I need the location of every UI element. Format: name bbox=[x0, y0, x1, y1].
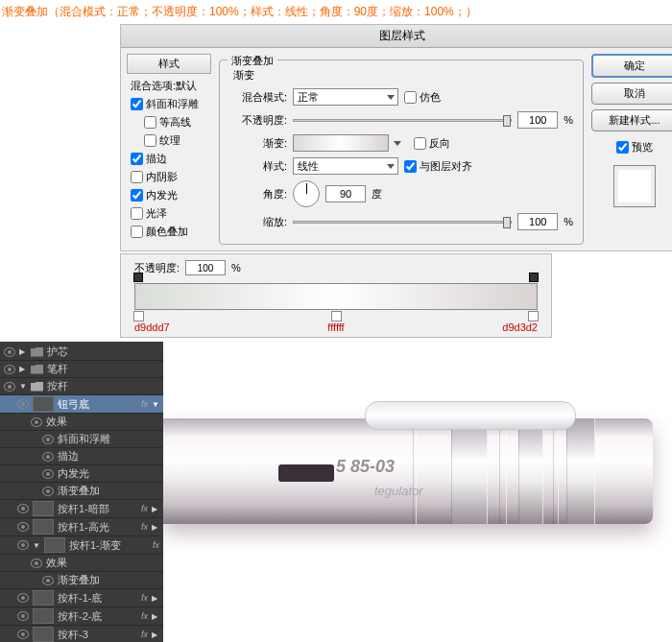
dialog-buttons: 确定 取消 新建样式... 预览 bbox=[591, 54, 672, 245]
dialog-title: 图层样式 bbox=[121, 25, 672, 48]
style-inner-shadow[interactable]: 内阴影 bbox=[127, 168, 211, 186]
eye-icon[interactable] bbox=[4, 347, 15, 357]
slot-1 bbox=[278, 464, 334, 482]
satin-check[interactable] bbox=[131, 207, 143, 220]
opacity-stop-right[interactable] bbox=[529, 273, 539, 282]
layer-angan2-di[interactable]: 按杆-2-底fx▶ bbox=[0, 607, 163, 626]
dither-check[interactable]: 仿色 bbox=[404, 90, 441, 105]
angle-dial[interactable] bbox=[293, 180, 320, 207]
pct2: % bbox=[564, 216, 573, 227]
scale-input[interactable] bbox=[517, 213, 558, 230]
layer-huxin[interactable]: ▶护芯 bbox=[0, 344, 163, 361]
fx-grad-overlay[interactable]: 渐变叠加 bbox=[0, 483, 163, 500]
fx-stroke[interactable]: 描边 bbox=[0, 448, 163, 465]
fx-grad-overlay2[interactable]: 渐变叠加 bbox=[0, 572, 163, 589]
layers-panel: ▶护芯 ▶笔杆 ▼按杆 钮弓底fx▼ 效果 斜面和浮雕 描边 内发光 渐变叠加 … bbox=[0, 342, 163, 642]
color-stop-0[interactable] bbox=[133, 311, 144, 321]
style-bevel[interactable]: 斜面和浮雕 bbox=[127, 95, 211, 113]
group-title: 渐变叠加 bbox=[228, 54, 277, 68]
fx-inner-glow[interactable]: 内发光 bbox=[0, 465, 163, 483]
eye-icon[interactable] bbox=[42, 435, 54, 444]
eye-icon[interactable] bbox=[4, 382, 15, 392]
style-label: 样式: bbox=[229, 159, 287, 174]
blend-label: 混合模式: bbox=[229, 90, 287, 105]
layer-angan3[interactable]: 按杆-3fx▶ bbox=[0, 626, 163, 642]
stop-label-0: d9ddd7 bbox=[134, 321, 170, 333]
layer-bigan[interactable]: ▶笔杆 bbox=[0, 361, 163, 378]
ge-opacity-input[interactable] bbox=[185, 260, 226, 275]
eye-icon[interactable] bbox=[42, 487, 54, 496]
color-overlay-check[interactable] bbox=[131, 226, 143, 238]
layer-angan1-dark[interactable]: 按杆1-暗部fx▶ bbox=[0, 500, 163, 518]
pct: % bbox=[564, 114, 573, 126]
layer-angan1-di[interactable]: 按杆-1-底fx▶ bbox=[0, 589, 163, 607]
layer-angan1-grad[interactable]: ▼按杆1-渐变fx bbox=[0, 536, 163, 555]
color-stop-1[interactable] bbox=[331, 311, 342, 321]
sub-header: 渐变 bbox=[229, 68, 573, 83]
eye-icon[interactable] bbox=[31, 559, 42, 568]
angle-label: 角度: bbox=[229, 187, 287, 202]
opacity-slider[interactable] bbox=[293, 119, 512, 122]
top-annotation: 渐变叠加（混合模式：正常；不透明度：100%；样式：线性；角度：90度；缩放：1… bbox=[0, 0, 672, 24]
layer-niugdi[interactable]: 钮弓底fx▼ bbox=[0, 395, 163, 414]
bevel-check[interactable] bbox=[131, 98, 143, 110]
texture-check[interactable] bbox=[144, 134, 156, 147]
layer-angan1-high[interactable]: 按杆1-高光fx▶ bbox=[0, 518, 163, 536]
fx-bevel[interactable]: 斜面和浮雕 bbox=[0, 431, 163, 448]
gradient-editor: 不透明度: % d9ddd7 ffffff d9d3d2 bbox=[120, 253, 552, 338]
style-texture[interactable]: 纹理 bbox=[127, 131, 211, 150]
align-check[interactable]: 与图层对齐 bbox=[404, 159, 472, 174]
eye-icon[interactable] bbox=[42, 452, 54, 462]
stop-label-2: d9d3d2 bbox=[502, 321, 538, 333]
eye-icon[interactable] bbox=[17, 611, 29, 621]
contour-check[interactable] bbox=[144, 116, 156, 129]
style-color-overlay[interactable]: 颜色叠加 bbox=[127, 223, 211, 241]
gradient-well[interactable] bbox=[293, 134, 389, 152]
opacity-input[interactable] bbox=[517, 111, 558, 129]
eye-icon[interactable] bbox=[17, 399, 29, 409]
style-contour[interactable]: 等高线 bbox=[127, 113, 211, 131]
layer-effects2[interactable]: 效果 bbox=[0, 555, 163, 572]
eye-icon[interactable] bbox=[17, 593, 29, 603]
style-inner-glow[interactable]: 内发光 bbox=[127, 186, 211, 204]
pen-body bbox=[163, 418, 653, 524]
opacity-label: 不透明度: bbox=[229, 113, 287, 128]
blend-mode-combo[interactable]: 正常 bbox=[293, 88, 398, 106]
ge-pct: % bbox=[231, 262, 241, 273]
ok-button[interactable]: 确定 bbox=[591, 54, 672, 78]
gradient-label: 渐变: bbox=[229, 136, 287, 151]
scale-label: 缩放: bbox=[229, 215, 287, 229]
eye-icon[interactable] bbox=[42, 469, 54, 479]
eye-icon[interactable] bbox=[31, 417, 42, 427]
eye-icon[interactable] bbox=[42, 576, 54, 585]
eye-icon[interactable] bbox=[17, 504, 29, 513]
gradient-overlay-group: 渐变叠加 渐变 混合模式: 正常 仿色 不透明度: % 渐变: 反 bbox=[219, 59, 584, 245]
layer-angan[interactable]: ▼按杆 bbox=[0, 378, 163, 395]
eye-icon[interactable] bbox=[4, 365, 15, 374]
preview-check[interactable]: 预览 bbox=[591, 140, 672, 155]
pen-code: 5 85-03 bbox=[336, 457, 395, 477]
layer-effects[interactable]: 效果 bbox=[0, 414, 163, 431]
canvas-preview: 5 85-03 tegulator PS 爱好者 www.psahz.com bbox=[163, 342, 672, 642]
stroke-check[interactable] bbox=[131, 153, 143, 165]
eye-icon[interactable] bbox=[17, 630, 29, 639]
new-style-button[interactable]: 新建样式... bbox=[591, 109, 672, 131]
styles-header: 样式 bbox=[127, 54, 211, 74]
color-stop-2[interactable] bbox=[528, 311, 539, 321]
style-stroke[interactable]: 描边 bbox=[127, 150, 211, 168]
angle-input[interactable] bbox=[325, 185, 366, 202]
inner-shadow-check[interactable] bbox=[131, 171, 143, 183]
reverse-check[interactable]: 反向 bbox=[414, 136, 450, 151]
opacity-stop-left[interactable] bbox=[133, 273, 143, 282]
pen-clip bbox=[365, 401, 576, 430]
style-combo[interactable]: 线性 bbox=[293, 157, 398, 175]
cancel-button[interactable]: 取消 bbox=[591, 83, 672, 105]
gradient-strip[interactable] bbox=[134, 283, 538, 310]
inner-glow-check[interactable] bbox=[131, 189, 143, 202]
eye-icon[interactable] bbox=[17, 522, 29, 532]
eye-icon[interactable] bbox=[17, 540, 29, 550]
pen-label: tegulator bbox=[374, 484, 423, 498]
style-satin[interactable]: 光泽 bbox=[127, 204, 211, 223]
scale-slider[interactable] bbox=[293, 221, 512, 224]
style-blend-default[interactable]: 混合选项:默认 bbox=[127, 77, 211, 95]
